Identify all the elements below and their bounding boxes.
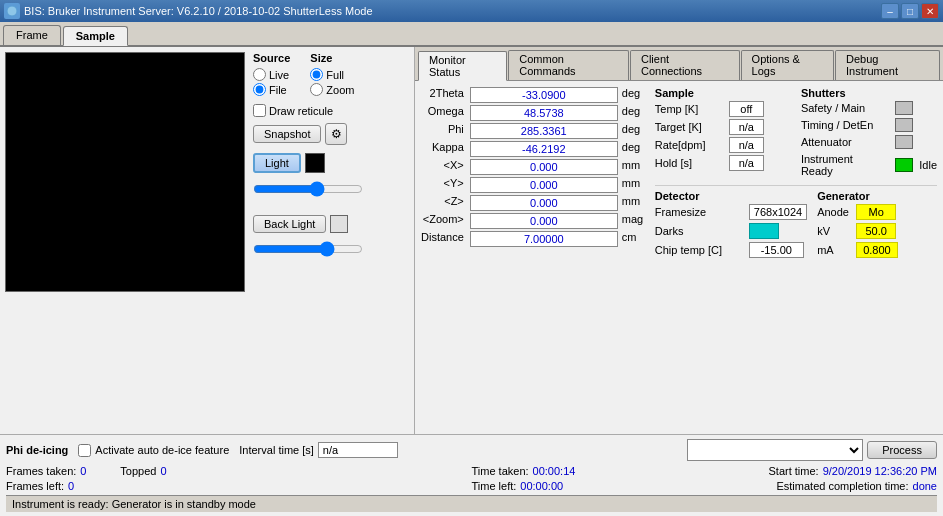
monitor-value-omega[interactable]: [470, 105, 618, 121]
radio-live[interactable]: Live: [253, 68, 290, 81]
radio-live-input[interactable]: [253, 68, 266, 81]
source-size-row: Source Live File Size: [253, 52, 409, 96]
draw-reticule-checkbox[interactable]: [253, 104, 266, 117]
main-area: Frame Sample Source Live: [0, 22, 943, 516]
interval-input[interactable]: [318, 442, 398, 458]
monitor-value-z[interactable]: [470, 195, 618, 211]
monitor-unit-zoom: mag: [622, 213, 647, 229]
completion-label: Estimated completion time:: [776, 480, 908, 492]
tab-sample[interactable]: Sample: [63, 26, 128, 46]
anode-row: Anode Mo: [817, 204, 937, 220]
detector-section: Detector Framesize 768x1024 Darks Chip t…: [655, 190, 807, 261]
source-label: Source: [253, 52, 290, 64]
target-value: n/a: [729, 119, 764, 135]
status-bar: Instrument is ready: Generator is in sta…: [6, 495, 937, 512]
monitor-unit-kappa: deg: [622, 141, 647, 157]
tab-client-connections[interactable]: Client Connections: [630, 50, 740, 80]
snapshot-button[interactable]: Snapshot: [253, 125, 321, 143]
radio-zoom-input[interactable]: [310, 83, 323, 96]
monitor-label-y: <Y>: [421, 177, 466, 193]
tab-monitor-status[interactable]: Monitor Status: [418, 51, 507, 81]
monitor-label-kappa: Kappa: [421, 141, 466, 157]
chip-temp-label: Chip temp [C]: [655, 244, 745, 256]
close-button[interactable]: ✕: [921, 3, 939, 19]
camera-row: Source Live File Size: [5, 52, 409, 292]
chip-temp-value: -15.00: [749, 242, 804, 258]
draw-reticule-label: Draw reticule: [269, 105, 333, 117]
radio-zoom-label: Zoom: [326, 84, 354, 96]
tab-debug-instrument[interactable]: Debug Instrument: [835, 50, 940, 80]
back-light-slider[interactable]: [253, 241, 363, 257]
instrument-label: Instrument Ready: [801, 153, 887, 177]
title-bar-left: BIS: Bruker Instrument Server: V6.2.10 /…: [4, 3, 373, 19]
monitor-label-x: <X>: [421, 159, 466, 175]
frames-left-value: 0: [68, 480, 88, 492]
monitor-value-y[interactable]: [470, 177, 618, 193]
interval-row: Interval time [s]: [239, 442, 398, 458]
framesize-value: 768x1024: [749, 204, 807, 220]
back-light-button[interactable]: Back Light: [253, 215, 326, 233]
auto-deice-checkbox[interactable]: [78, 444, 91, 457]
sample-section: Sample Temp [K] off Target [K] n/a Rate[…: [655, 87, 791, 177]
maximize-button[interactable]: □: [901, 3, 919, 19]
monitor-unit-distance: cm: [622, 231, 647, 247]
stats2-right: Time left: 00:00:00 Estimated completion…: [472, 480, 938, 492]
monitor-value-zoom[interactable]: [470, 213, 618, 229]
radio-zoom[interactable]: Zoom: [310, 83, 354, 96]
size-group: Size Full Zoom: [310, 52, 354, 96]
time-taken-item: Time taken: 00:00:14: [472, 465, 576, 477]
minimize-button[interactable]: –: [881, 3, 899, 19]
radio-full[interactable]: Full: [310, 68, 354, 81]
stats2-left: Frames left: 0: [6, 480, 472, 492]
process-dropdown[interactable]: [687, 439, 863, 461]
time-taken-value: 00:00:14: [533, 465, 576, 477]
ma-row: mA 0.800: [817, 242, 937, 258]
process-row: Process: [687, 439, 937, 461]
instrument-status-box: [895, 158, 913, 172]
monitor-label-phi: Phi: [421, 123, 466, 139]
light-slider[interactable]: [253, 181, 363, 197]
time-left-item: Time left: 00:00:00: [472, 480, 564, 492]
start-time-label: Start time:: [769, 465, 819, 477]
tab-frame[interactable]: Frame: [3, 25, 61, 45]
title-bar: BIS: Bruker Instrument Server: V6.2.10 /…: [0, 0, 943, 22]
tab-options-logs[interactable]: Options & Logs: [741, 50, 834, 80]
tab-common-commands[interactable]: Common Commands: [508, 50, 629, 80]
monitor-value-kappa[interactable]: [470, 141, 618, 157]
light-button[interactable]: Light: [253, 153, 301, 173]
monitor-unit-z: mm: [622, 195, 647, 211]
rate-label: Rate[dpm]: [655, 139, 725, 151]
radio-live-label: Live: [269, 69, 289, 81]
ma-label: mA: [817, 244, 852, 256]
topped-value: 0: [160, 465, 180, 477]
shutter-safety-label: Safety / Main: [801, 102, 891, 114]
monitor-value-2theta[interactable]: [470, 87, 618, 103]
monitor-value-distance[interactable]: [470, 231, 618, 247]
target-row: Target [K] n/a: [655, 119, 791, 135]
instrument-row: Instrument Ready Idle: [801, 153, 937, 177]
right-info-section: Sample Temp [K] off Target [K] n/a Rate[…: [655, 87, 937, 428]
kv-row: kV 50.0: [817, 223, 937, 239]
monitor-value-phi[interactable]: [470, 123, 618, 139]
temp-label: Temp [K]: [655, 103, 725, 115]
monitor-unit-omega: deg: [622, 105, 647, 121]
frames-left-item: Frames left: 0: [6, 480, 88, 492]
gear-button[interactable]: ⚙: [325, 123, 347, 145]
process-button[interactable]: Process: [867, 441, 937, 459]
sample-title: Sample: [655, 87, 791, 99]
stats-container: Frames taken: 0 Topped 0 Time taken: 00:…: [6, 465, 937, 477]
monitor-unit-phi: deg: [622, 123, 647, 139]
completion-item: Estimated completion time: done: [776, 480, 937, 492]
monitor-unit-2theta: deg: [622, 87, 647, 103]
time-taken-label: Time taken:: [472, 465, 529, 477]
radio-file[interactable]: File: [253, 83, 290, 96]
spacer3: [583, 480, 756, 492]
shutters-section: Shutters Safety / Main Timing / DetEn At…: [801, 87, 937, 177]
monitor-unit-x: mm: [622, 159, 647, 175]
monitor-value-x[interactable]: [470, 159, 618, 175]
radio-full-input[interactable]: [310, 68, 323, 81]
hold-row: Hold [s] n/a: [655, 155, 791, 171]
radio-file-input[interactable]: [253, 83, 266, 96]
instrument-status-label: Idle: [919, 159, 937, 171]
shutter-safety-box: [895, 101, 913, 115]
